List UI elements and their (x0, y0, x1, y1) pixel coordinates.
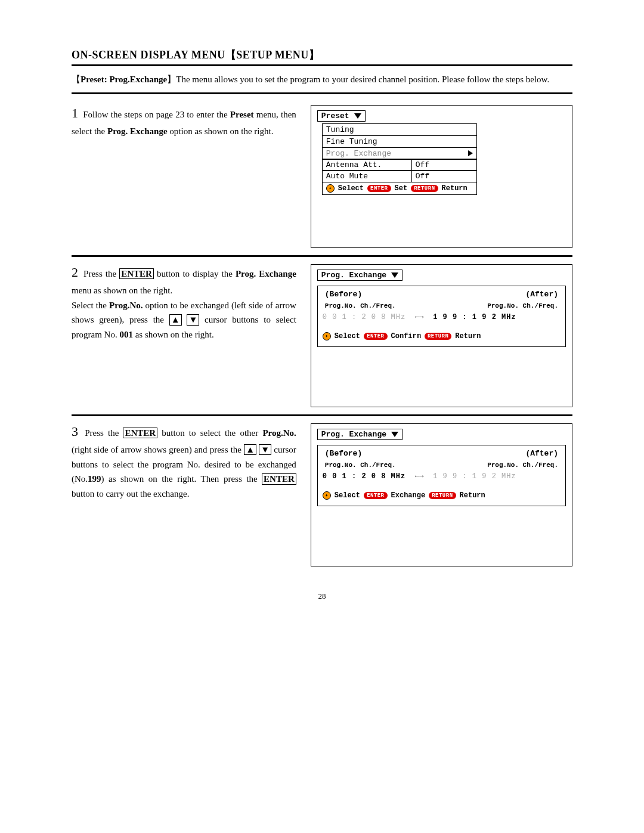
menu-item-automute: Auto Mute Off (322, 171, 477, 182)
fig3-col-l: Prog.No. Ch./Freq. (325, 462, 396, 469)
fig1-header: Preset (321, 112, 349, 120)
fig1-hints: ✦ Select ENTER Set RETURN Return (322, 182, 477, 195)
hint-set: Set (395, 184, 408, 193)
figure-3: Prog. Exchange (Before) (After) Prog.No.… (311, 423, 572, 566)
dpad-icon: ✦ (323, 491, 331, 500)
fig2-left-val: 0 0 1 : 2 0 8 MHz (323, 313, 405, 321)
figure-2: Prog. Exchange (Before) (After) Prog.No.… (311, 264, 572, 407)
menu-item-tuning: Tuning (322, 123, 477, 136)
up-button-box: ▲ (244, 444, 256, 456)
figure-1: Preset Tuning Fine Tuning Prog. Exchange… (311, 105, 572, 248)
fig2-col-l: Prog.No. Ch./Freq. (325, 302, 396, 309)
fig2-cols: Prog.No. Ch./Freq. Prog.No. Ch./Freq. (323, 302, 561, 309)
title-main: ON-SCREEN DISPLAY MENU (72, 49, 225, 61)
page-title: ON-SCREEN DISPLAY MENU【SETUP MENU】 (72, 48, 572, 66)
intro-heading: Preset: Prog.Exchange (80, 75, 167, 84)
s2-progno: Prog.No. (109, 301, 143, 310)
fig2-inner: (Before) (After) Prog.No. Ch./Freq. Prog… (317, 286, 566, 347)
fig1-menu: Tuning Fine Tuning Prog. Exchange Antenn… (322, 123, 477, 195)
return-key-icon: RETURN (425, 333, 451, 340)
s2-t7: as shown on the right. (133, 330, 214, 339)
s3-t3: (right side of arrow shows green) and pr… (72, 445, 244, 454)
fig2-after: (After) (525, 290, 558, 299)
menu-item-antenna-label: Antenna Att. (326, 160, 382, 169)
hint-return: Return (442, 184, 467, 193)
page-number: 28 (72, 592, 572, 601)
up-button-box: ▲ (169, 314, 182, 326)
step-2-section: 2 Press the ENTER button to display the … (72, 257, 572, 416)
hint-return2: Return (455, 332, 481, 340)
chevron-down-icon (354, 113, 361, 119)
s2-t2: button to display the (154, 269, 236, 278)
hint-exchange: Exchange (391, 491, 426, 500)
menu-item-prog-exchange: Prog. Exchange (322, 147, 477, 160)
s2-t1: Press the (83, 269, 119, 278)
step-num-2: 2 (72, 265, 78, 280)
s1-preset: Preset (230, 110, 254, 119)
fig2-header: Prog. Exchange (321, 271, 386, 280)
menu-item-antenna: Antenna Att. Off (322, 159, 477, 171)
s1-c: option as shown on the right. (168, 126, 274, 136)
s1-a: Follow the steps on page 23 to enter the (83, 110, 230, 119)
s2-progex: Prog. Exchange (236, 269, 296, 278)
step-num-1: 1 (72, 106, 78, 120)
fig3-cols: Prog.No. Ch./Freq. Prog.No. Ch./Freq. (323, 462, 561, 469)
fig2-hints: ✦ Select ENTER Confirm RETURN Return (323, 332, 561, 340)
enter-button-box: ENTER (262, 473, 296, 485)
step-3-section: 3 Press the ENTER button to select the o… (72, 416, 572, 574)
intro-body: The menu allows you to set the program t… (176, 75, 549, 84)
fig2-col-r: Prog.No. Ch./Freq. (487, 302, 558, 309)
fig3-hints: ✦ Select ENTER Exchange RETURN Return (323, 491, 561, 500)
arrow-lr-icon: ←→ (410, 313, 428, 321)
fig3-inner: (Before) (After) Prog.No. Ch./Freq. Prog… (317, 445, 566, 506)
s3-progno: Prog.No. (262, 428, 296, 438)
chevron-down-icon (391, 432, 398, 437)
fig3-data-line: 0 0 1 : 2 0 8 MHz ←→ 1 9 9 : 1 9 2 MHz (323, 472, 561, 481)
arrow-lr-icon: ←→ (410, 472, 428, 481)
step-1-section: 1 Follow the steps on page 23 to enter t… (72, 98, 572, 257)
fig3-right-val: 1 9 9 : 1 9 2 MHz (433, 472, 516, 481)
fig3-after: (After) (525, 449, 558, 458)
hint-select3: Select (335, 491, 360, 500)
s2-t4: Select the (72, 301, 109, 310)
fig1-header-box: Preset (317, 110, 366, 122)
fig3-header-box: Prog. Exchange (317, 429, 402, 440)
chevron-right-icon (468, 150, 473, 156)
hint-select: Select (338, 184, 364, 193)
step-num-3: 3 (72, 424, 78, 439)
s3-199: 199 (88, 474, 101, 484)
return-key-icon: RETURN (429, 492, 456, 499)
dpad-icon: ✦ (326, 184, 335, 193)
s2-t3: menu as shown on the right. (72, 286, 172, 295)
fig2-right-val: 1 9 9 : 1 9 2 MHz (433, 313, 516, 321)
intro-paragraph: 【Preset: Prog.Exchange】The menu allows y… (72, 72, 572, 94)
s1-progex: Prog. Exchange (107, 126, 168, 136)
s3-t6: button to carry out the exchange. (72, 489, 189, 498)
hint-confirm: Confirm (391, 332, 421, 340)
fig2-before-after: (Before) (After) (323, 290, 561, 299)
hint-return3: Return (460, 491, 485, 500)
fig3-before: (Before) (325, 449, 362, 458)
s3-t2: button to select the other (157, 428, 262, 438)
s3-t5: ) as shown on the right. Then press the (101, 474, 262, 484)
step-3-text: 3 Press the ENTER button to select the o… (72, 421, 307, 566)
step-1-text: 1 Follow the steps on page 23 to enter t… (72, 103, 307, 248)
enter-button-box: ENTER (119, 268, 154, 280)
down-button-box: ▼ (259, 444, 271, 456)
return-key-icon: RETURN (411, 185, 438, 192)
menu-item-prog-exchange-label: Prog. Exchange (326, 149, 391, 158)
enter-key-icon: ENTER (364, 492, 388, 499)
menu-item-automute-label: Auto Mute (326, 172, 368, 181)
fig3-col-r: Prog.No. Ch./Freq. (487, 462, 558, 469)
enter-key-icon: ENTER (367, 185, 391, 192)
fig3-before-after: (Before) (After) (323, 449, 561, 458)
enter-button-box: ENTER (123, 428, 157, 439)
menu-item-automute-value: Off (411, 170, 477, 182)
enter-key-icon: ENTER (364, 333, 388, 340)
fig2-data-line: 0 0 1 : 2 0 8 MHz ←→ 1 9 9 : 1 9 2 MHz (323, 313, 561, 321)
s2-001: 001 (119, 330, 133, 339)
title-sub: SETUP MENU (236, 49, 309, 61)
chevron-down-icon (391, 272, 398, 278)
down-button-box: ▼ (187, 314, 199, 326)
fig2-header-box: Prog. Exchange (317, 270, 402, 281)
